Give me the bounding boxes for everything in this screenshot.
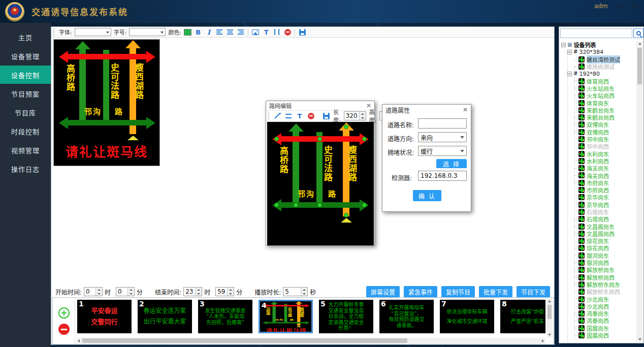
tree-group-192*80[interactable]: #192*80 [560,70,636,77]
scroll-right-icon[interactable] [542,339,544,342]
sidebar-item-时段控制[interactable]: 时段控制 [0,122,51,140]
toolbar-grip[interactable] [53,28,55,36]
tree-device-item[interactable]: 沙北岗东 [560,295,636,302]
device-list-scrollbar[interactable] [636,41,643,342]
align-center-button[interactable] [226,28,234,36]
tree-device-item[interactable]: 文昌阁岗西 [560,230,636,237]
scrollbar-thumb[interactable] [82,338,407,343]
tree-device-item[interactable]: 邗中岗西 [560,143,636,150]
action-button-屏幕设置[interactable]: 屏幕设置 [366,286,400,298]
control-point[interactable] [274,137,279,141]
scrollbar-thumb[interactable] [548,305,552,319]
playlist-item-3[interactable]: 发生轻微交通事故“人未伤，车能动先拍照，后撤离”3 [198,300,252,333]
close-icon[interactable]: ✕ [463,107,468,113]
tree-device-item[interactable]: 文昌阁岗东 [560,223,636,230]
playlist-item-1[interactable]: 平安春运交警同行1 [77,300,132,333]
tree-device-item[interactable]: 水利岗西 [560,157,636,165]
expand-toggle[interactable] [561,43,566,47]
road-name-input[interactable] [418,118,467,129]
tree-device-item[interactable]: 京华岗西 [560,201,636,208]
delete-button[interactable] [307,112,315,120]
spin-down-icon[interactable] [196,292,202,296]
playlist-item-6[interactable]: 扎实开展电动车“百日整治”，有效预防道路交通事故。6 [379,300,434,333]
draw-road-button[interactable] [273,112,281,120]
tree-device-item[interactable]: 京华岗东 [560,194,636,201]
tree-device-item[interactable]: 双博岗东 [560,121,636,128]
toolbar-grip[interactable] [268,112,269,119]
font-select[interactable] [75,28,111,36]
spin-down-icon[interactable] [128,292,134,296]
tree-device-item[interactable]: 体育岗西 [560,77,636,84]
spin-up-icon[interactable] [196,288,202,292]
scrollbar-thumb[interactable] [637,48,642,84]
sidebar-item-节目库[interactable]: 节目库 [0,103,51,121]
tree-device-item[interactable]: 沙北岗西 [560,303,636,310]
tree-device-item[interactable]: 琼花岗东 [560,237,636,244]
spin-up-icon[interactable] [360,112,366,116]
save-button[interactable] [298,28,306,36]
double-road-button[interactable] [284,112,293,120]
close-icon[interactable]: ✕ [631,2,638,10]
tree-device-item[interactable]: 火车站岗东 [560,85,636,92]
search-button[interactable] [633,28,643,38]
control-point[interactable] [362,203,367,207]
playlist-vertical-scrollbar[interactable] [546,299,553,337]
sidebar-item-设备管理[interactable]: 设备管理 [0,47,51,65]
control-point[interactable] [344,213,348,217]
spin-up-icon[interactable] [128,288,134,292]
align-left-button[interactable] [215,28,223,36]
text-tool-button[interactable]: T [262,28,270,36]
color-swatch[interactable] [184,29,191,36]
add-frame-button[interactable] [58,307,70,319]
tree-group-320*384[interactable]: #320*384 [560,48,636,55]
playlist-item-4[interactable]: 高桥路史可法路瘦西湖路邗沟路请礼让斑马线4 [259,300,313,333]
control-point[interactable] [274,203,279,207]
remove-frame-button[interactable] [58,324,70,335]
tree-device-item[interactable]: 海关岗西 [560,172,636,179]
bold-button[interactable]: B [194,28,202,36]
size-select[interactable] [129,28,166,36]
tree-device-item[interactable]: 双博岗西 [560,129,636,136]
tree-device-item[interactable]: 维扬岗测试 [560,63,636,70]
start-hour-spinner[interactable]: 0 [84,287,103,296]
tree-device-item[interactable]: 螺丝湾桥测试 [560,56,636,63]
action-button-复制节目[interactable]: 复制节目 [441,286,475,298]
sign-preview-canvas[interactable]: 高桥路史可法路瘦西湖路邗沟路请礼让斑马线 [53,39,160,166]
end-hour-spinner[interactable]: 23 [183,287,202,296]
save-button[interactable] [322,112,330,120]
sidebar-item-节目预案[interactable]: 节目预案 [0,84,51,103]
tree-device-item[interactable]: 解放桥东岗西 [560,288,636,295]
action-button-节目下发[interactable]: 节目下发 [517,286,550,298]
tree-device-item[interactable]: 石塔岗东 [560,208,636,215]
expand-toggle[interactable] [567,72,572,76]
spin-down-icon[interactable] [228,292,234,296]
playlist-item-5[interactable]: 大力开展秋冬季交通安全整治百日会战，全力稳定道路交通安全形势！5 [319,300,373,333]
tree-device-item[interactable]: 银河岗西 [560,259,636,266]
control-point[interactable] [294,203,298,207]
length-spinner[interactable]: 320 [344,111,366,120]
action-button-批量下发[interactable]: 批量下发 [479,286,512,298]
road-network-editor-canvas[interactable]: 高桥路史可法路瘦西湖路邗沟路 [267,122,374,245]
playlist-item-8[interactable]: 打击改装“炸街严查严惩“机车8 [500,300,545,333]
scroll-down-icon[interactable] [548,334,551,336]
action-button-紧急事件[interactable]: 紧急事件 [404,286,437,298]
scroll-up-icon[interactable] [548,300,551,302]
playlist-horizontal-scrollbar[interactable] [76,338,545,343]
tree-device-item[interactable]: 国展岗西 [560,332,636,339]
end-minute-spinner[interactable]: 59 [215,287,234,296]
align-right-button[interactable] [237,28,245,36]
tree-device-item[interactable]: 银河岗东 [560,252,636,259]
playlist-item-2[interactable]: 春运安全连万家出行平安靠大家2 [138,300,192,333]
tree-device-item[interactable]: 体育岗东 [560,99,636,106]
control-point[interactable] [317,203,322,207]
insert-image-button[interactable] [251,28,260,36]
tree-device-item[interactable]: 水利岗东 [560,150,636,157]
tree-device-item[interactable]: 来鹤台岗东 [560,107,636,114]
tree-root[interactable]: ▦设备列表 [560,41,636,48]
sidebar-item-操作日志[interactable]: 操作日志 [0,160,51,178]
spin-up-icon[interactable] [301,288,307,292]
delete-button[interactable] [283,28,292,36]
tree-device-item[interactable]: 火车站岗西 [560,92,636,99]
sidebar-item-视频管理[interactable]: 视频管理 [0,141,51,159]
detector-input[interactable] [418,171,467,181]
